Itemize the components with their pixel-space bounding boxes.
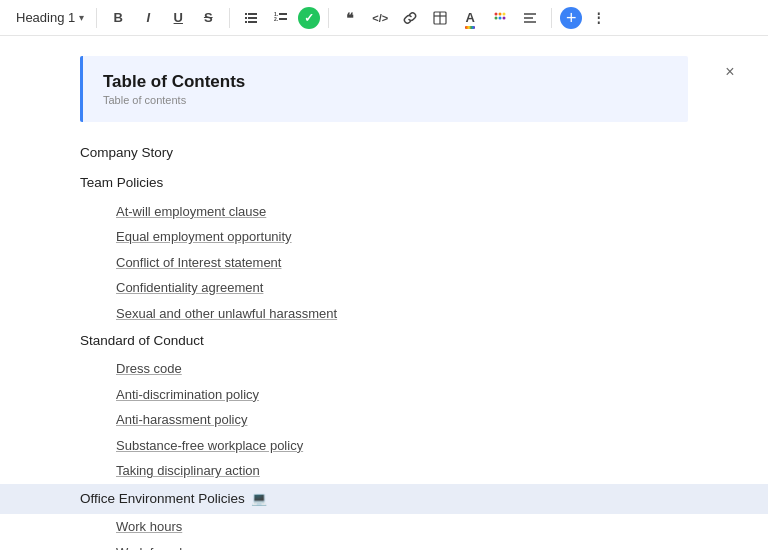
svg-point-16 bbox=[495, 16, 498, 19]
svg-point-13 bbox=[495, 12, 498, 15]
toolbar-divider-4 bbox=[551, 8, 552, 28]
toolbar-divider-2 bbox=[229, 8, 230, 28]
svg-point-14 bbox=[499, 12, 502, 15]
svg-point-18 bbox=[503, 16, 506, 19]
toolbar: Heading 1 ▾ B I U S 1. 2. ✓ ❝ </> bbox=[0, 0, 768, 36]
svg-rect-7 bbox=[279, 13, 287, 15]
toc-item-anti-discrimination[interactable]: Anti-discrimination policy bbox=[116, 382, 688, 408]
toc-item-equal-employment[interactable]: Equal employment opportunity bbox=[116, 224, 688, 250]
toolbar-divider-3 bbox=[328, 8, 329, 28]
plus-btn[interactable]: + bbox=[560, 7, 582, 29]
toc-item-team-policies[interactable]: Team Policies bbox=[80, 168, 688, 198]
align-btn[interactable] bbox=[517, 5, 543, 31]
toolbar-divider-1 bbox=[96, 8, 97, 28]
table-btn[interactable] bbox=[427, 5, 453, 31]
toc-item-dress-code[interactable]: Dress code bbox=[116, 356, 688, 382]
bullet-list-btn[interactable] bbox=[238, 5, 264, 31]
grid-btn[interactable] bbox=[487, 5, 513, 31]
quote-btn[interactable]: ❝ bbox=[337, 5, 363, 31]
toc-item-office-environment-row: Office Environment Policies 💻 bbox=[0, 484, 768, 514]
code-btn[interactable]: </> bbox=[367, 5, 393, 31]
toc-item-conflict-interest[interactable]: Conflict of Interest statement bbox=[116, 250, 688, 276]
heading-label: Heading 1 bbox=[16, 10, 75, 25]
toc-item-substance-free[interactable]: Substance-free workplace policy bbox=[116, 433, 688, 459]
toc-item-sexual-harassment[interactable]: Sexual and other unlawful harassment bbox=[116, 301, 688, 327]
bold-btn[interactable]: B bbox=[105, 5, 131, 31]
close-button[interactable]: × bbox=[716, 58, 744, 86]
check-btn[interactable]: ✓ bbox=[298, 7, 320, 29]
toc-item-work-from-home[interactable]: Work from home bbox=[116, 540, 688, 551]
svg-rect-2 bbox=[245, 17, 247, 19]
underline-btn[interactable]: U bbox=[165, 5, 191, 31]
ordered-list-btn[interactable]: 1. 2. bbox=[268, 5, 294, 31]
toc-title: Table of Contents bbox=[103, 72, 668, 92]
svg-rect-4 bbox=[245, 21, 247, 23]
toc-item-at-will[interactable]: At-will employment clause bbox=[116, 199, 688, 225]
toc-item-company-story[interactable]: Company Story bbox=[80, 138, 688, 168]
more-options-btn[interactable]: ⋮ bbox=[586, 5, 612, 31]
color-btn[interactable]: A bbox=[457, 5, 483, 31]
svg-rect-5 bbox=[248, 21, 257, 23]
toc-item-standard-conduct[interactable]: Standard of Conduct bbox=[80, 326, 688, 356]
toc-item-anti-harassment[interactable]: Anti-harassment policy bbox=[116, 407, 688, 433]
italic-btn[interactable]: I bbox=[135, 5, 161, 31]
toc-item-work-hours[interactable]: Work hours bbox=[116, 514, 688, 540]
svg-point-17 bbox=[499, 16, 502, 19]
svg-rect-9 bbox=[279, 18, 287, 20]
content-area: × Table of Contents Table of contents Co… bbox=[0, 36, 768, 550]
link-btn[interactable] bbox=[397, 5, 423, 31]
toc-subtitle: Table of contents bbox=[103, 94, 668, 106]
heading-selector[interactable]: Heading 1 ▾ bbox=[12, 8, 88, 27]
toc-item-disciplinary[interactable]: Taking disciplinary action bbox=[116, 458, 688, 484]
svg-text:2.: 2. bbox=[274, 16, 279, 22]
heading-chevron: ▾ bbox=[79, 12, 84, 23]
toc-block: Table of Contents Table of contents bbox=[80, 56, 688, 122]
toc-list: Company Story Team Policies At-will empl… bbox=[80, 138, 688, 550]
svg-rect-0 bbox=[245, 13, 247, 15]
toc-item-office-environment[interactable]: Office Environment Policies 💻 bbox=[80, 489, 688, 509]
svg-point-15 bbox=[503, 12, 506, 15]
svg-rect-1 bbox=[248, 13, 257, 15]
svg-rect-3 bbox=[248, 17, 257, 19]
strikethrough-btn[interactable]: S bbox=[195, 5, 221, 31]
office-environment-icon: 💻 bbox=[251, 489, 267, 509]
toc-item-confidentiality[interactable]: Confidentiality agreement bbox=[116, 275, 688, 301]
